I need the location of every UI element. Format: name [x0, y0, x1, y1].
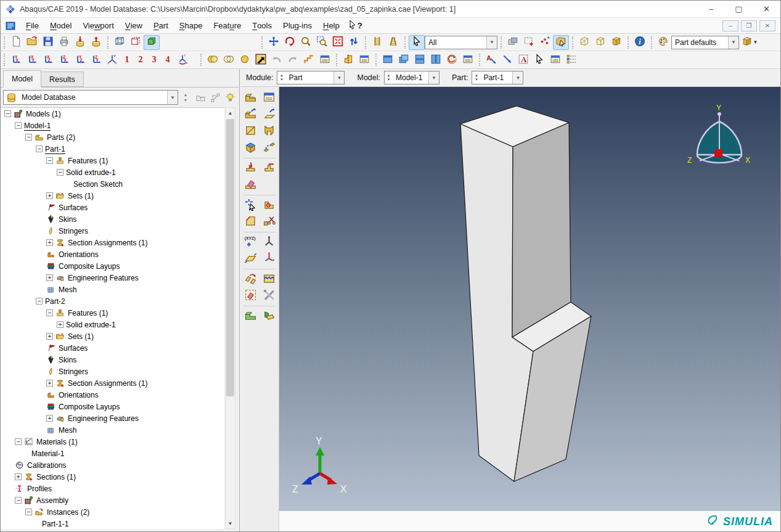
- database-export-button[interactable]: [88, 35, 104, 50]
- datum-plane-button[interactable]: [242, 251, 259, 267]
- toolbar-grip[interactable]: [628, 36, 629, 49]
- render-wireframe-button[interactable]: [112, 35, 128, 50]
- tree-item-stringers[interactable]: Stringers: [1, 366, 224, 377]
- selection-filter-combo[interactable]: All▼: [425, 36, 497, 49]
- part-combo[interactable]: ▲▼ Part-1▼: [472, 71, 523, 84]
- module-combo[interactable]: ▲▼ Part▼: [277, 71, 345, 84]
- collapse-icon[interactable]: −: [46, 309, 53, 316]
- tree-item-material-1[interactable]: Material-1: [1, 448, 224, 459]
- render-hiddenline-button[interactable]: [128, 35, 144, 50]
- collapse-icon[interactable]: −: [15, 122, 22, 129]
- manager-dialog-button[interactable]: [317, 52, 333, 67]
- mdi-minimize-button[interactable]: –: [722, 20, 738, 31]
- create-round-fillet-button[interactable]: [261, 197, 277, 213]
- collapse-icon[interactable]: −: [4, 110, 11, 117]
- toolbar-grip[interactable]: [336, 54, 337, 66]
- annotation-arrow-button[interactable]: [499, 52, 515, 67]
- menu-model[interactable]: Model: [44, 18, 77, 33]
- spinner-icon[interactable]: ▲▼: [385, 72, 393, 84]
- partition-cell-button[interactable]: [242, 177, 259, 193]
- tree-item-orientations[interactable]: Orientations: [1, 248, 224, 260]
- collapse-icon[interactable]: −: [25, 134, 32, 141]
- tree-item-materials-1[interactable]: −Materials (1): [1, 436, 224, 448]
- expand-icon[interactable]: +: [46, 380, 53, 387]
- view-iso-button[interactable]: Yzx: [104, 52, 120, 67]
- undo-button[interactable]: [269, 52, 285, 67]
- probe-points-button[interactable]: [537, 35, 553, 50]
- menu-view[interactable]: View: [120, 18, 148, 33]
- collapse-icon[interactable]: −: [36, 298, 43, 305]
- create-solid-revolve-button[interactable]: [242, 140, 259, 156]
- viewport-visible-button[interactable]: [553, 35, 569, 50]
- expand-icon[interactable]: +: [46, 415, 53, 422]
- scroll-down-icon[interactable]: ▼: [226, 518, 235, 528]
- tree-item-composite-layups[interactable]: Composite Layups: [1, 260, 224, 272]
- spinner-icon[interactable]: ▲▼: [472, 72, 480, 84]
- expand-icon[interactable]: +: [46, 239, 53, 246]
- create-cut-sweep-button[interactable]: [261, 140, 277, 156]
- tree-item-surfaces[interactable]: Surfaces: [1, 202, 224, 213]
- collapse-icon[interactable]: −: [15, 438, 22, 445]
- toolbar-grip[interactable]: [4, 36, 5, 49]
- pan-view-button[interactable]: [266, 35, 282, 50]
- create-chamfer-button[interactable]: [242, 214, 259, 230]
- view-4-button[interactable]: 4: [161, 52, 174, 67]
- link-viewports-button[interactable]: [505, 35, 521, 50]
- datum-point-xyz-button[interactable]: (XYZ): [242, 234, 259, 250]
- tree-item-mesh[interactable]: Mesh: [1, 284, 224, 295]
- tree-item-skins[interactable]: Skins: [1, 354, 224, 366]
- tree-item-assembly[interactable]: −Assembly: [1, 494, 224, 506]
- regenerate-button[interactable]: [301, 52, 317, 67]
- box-zoom-button[interactable]: [314, 35, 330, 50]
- info-button[interactable]: i: [632, 35, 648, 50]
- flip-arrow-button[interactable]: [253, 52, 269, 67]
- circles-outline-button[interactable]: [221, 52, 237, 67]
- toolbar-grip[interactable]: [375, 54, 377, 66]
- tree-item-part-1[interactable]: −Part-1: [1, 143, 224, 155]
- create-part-button[interactable]: [242, 90, 259, 106]
- tree-item-features-1[interactable]: −Features (1): [1, 307, 224, 319]
- redo-button[interactable]: [285, 52, 301, 67]
- collapse-icon[interactable]: −: [36, 145, 43, 152]
- rotate-view-button[interactable]: [282, 35, 298, 50]
- view-3-button[interactable]: 3: [147, 52, 161, 67]
- menu-feature[interactable]: Feature: [208, 18, 247, 33]
- annotate-rectangle-button[interactable]: [521, 35, 537, 50]
- collapse-icon[interactable]: −: [57, 169, 63, 176]
- toolbar-grip[interactable]: [404, 36, 406, 49]
- view-front-button[interactable]: YX: [8, 52, 24, 67]
- datum-csys-button[interactable]: [261, 251, 277, 267]
- lightbulb-icon[interactable]: [223, 90, 237, 105]
- view-bottom-button[interactable]: ZX: [56, 52, 72, 67]
- tree-item-composite-layups[interactable]: Composite Layups: [1, 401, 224, 412]
- perspective-projection-button[interactable]: [385, 35, 401, 50]
- tree-item-part-1-1[interactable]: Part-1-1: [1, 518, 224, 529]
- parallel-projection-button[interactable]: [369, 35, 385, 50]
- compass-center-handle[interactable]: [714, 149, 722, 157]
- model-combo[interactable]: ▲▼ Model-1▼: [384, 71, 440, 84]
- expand-icon[interactable]: +: [15, 473, 22, 480]
- tree-item-engineering-features[interactable]: +Engineering Features: [1, 412, 224, 424]
- mdi-restore-button[interactable]: ❐: [741, 20, 757, 31]
- viewport-maximize-button[interactable]: [380, 52, 396, 67]
- tree-item-features-1[interactable]: −Features (1): [1, 155, 224, 166]
- tree-item-profiles[interactable]: Profiles: [1, 483, 224, 494]
- tree-item-sets-1[interactable]: +Sets (1): [1, 330, 224, 342]
- tree-item-section-assignments-1[interactable]: +Section Assignments (1): [1, 237, 224, 248]
- partition-edge-button[interactable]: [242, 160, 259, 176]
- swirl-button[interactable]: [444, 52, 460, 67]
- scroll-up-icon[interactable]: ▲: [226, 108, 235, 118]
- part-manager-button[interactable]: [261, 90, 277, 106]
- tree-item-section-assignments-1[interactable]: +Section Assignments (1): [1, 377, 224, 389]
- expand-icon[interactable]: +: [57, 321, 63, 328]
- auto-fit-button[interactable]: [330, 35, 346, 50]
- shell-from-solid-button[interactable]: [261, 308, 277, 324]
- viewport-canvas[interactable]: Y Z X Y Z X: [279, 87, 781, 511]
- partition-face-button[interactable]: [261, 160, 277, 176]
- annotation-text-arrow-button[interactable]: A: [483, 52, 499, 67]
- menu-viewport[interactable]: Viewport: [77, 18, 119, 33]
- create-solid-extrude-button[interactable]: [242, 107, 259, 123]
- tab-model[interactable]: Model: [3, 70, 41, 88]
- viewport-cascade-button[interactable]: [396, 52, 412, 67]
- menu-help[interactable]: Help: [317, 18, 345, 33]
